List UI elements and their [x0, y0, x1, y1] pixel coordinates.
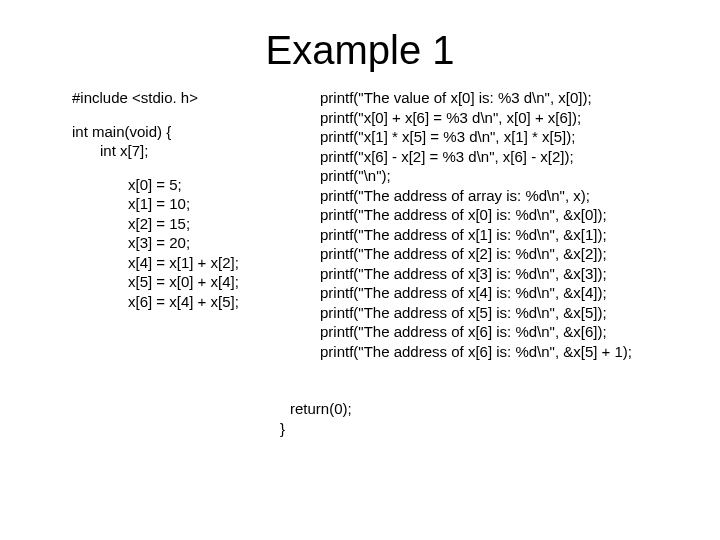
code-line: x[5] = x[0] + x[4]; [128, 272, 272, 292]
code-block: int main(void) { int x[7]; [72, 122, 272, 161]
code-right-column: printf("The value of x[0] is: %3 d\n", x… [320, 88, 700, 361]
code-line: x[1] = 10; [128, 194, 272, 214]
code-line: x[0] = 5; [128, 175, 272, 195]
code-line: printf("x[6] - x[2] = %3 d\n", x[6] - x[… [320, 147, 700, 167]
slide-title: Example 1 [0, 28, 720, 73]
code-line: int x[7]; [72, 141, 272, 161]
code-line: printf("The address of x[6] is: %d\n", &… [320, 322, 700, 342]
code-line: printf("The address of x[1] is: %d\n", &… [320, 225, 700, 245]
code-line: printf("The address of x[4] is: %d\n", &… [320, 283, 700, 303]
code-line: printf("The address of x[6] is: %d\n", &… [320, 342, 700, 362]
code-line: #include <stdio. h> [72, 88, 272, 108]
code-line: printf("The address of x[5] is: %d\n", &… [320, 303, 700, 323]
code-line: x[2] = 15; [128, 214, 272, 234]
code-line: printf("x[1] * x[5] = %3 d\n", x[1] * x[… [320, 127, 700, 147]
code-line: printf("The value of x[0] is: %3 d\n", x… [320, 88, 700, 108]
code-line: x[4] = x[1] + x[2]; [128, 253, 272, 273]
code-line: printf("The address of x[0] is: %d\n", &… [320, 205, 700, 225]
code-line: printf("x[0] + x[6] = %3 d\n", x[0] + x[… [320, 108, 700, 128]
code-left-column: #include <stdio. h> int main(void) { int… [72, 88, 272, 325]
code-line: printf("\n"); [320, 166, 700, 186]
slide: Example 1 #include <stdio. h> int main(v… [0, 0, 720, 540]
code-line: printf("The address of array is: %d\n", … [320, 186, 700, 206]
code-line: int main(void) { [72, 122, 272, 142]
code-line: printf("The address of x[2] is: %d\n", &… [320, 244, 700, 264]
code-return: return(0); [290, 400, 352, 417]
code-line: printf("The address of x[3] is: %d\n", &… [320, 264, 700, 284]
code-line: x[3] = 20; [128, 233, 272, 253]
code-block: x[0] = 5; x[1] = 10; x[2] = 15; x[3] = 2… [72, 175, 272, 312]
code-line: x[6] = x[4] + x[5]; [128, 292, 272, 312]
code-closing-brace: } [280, 420, 285, 437]
